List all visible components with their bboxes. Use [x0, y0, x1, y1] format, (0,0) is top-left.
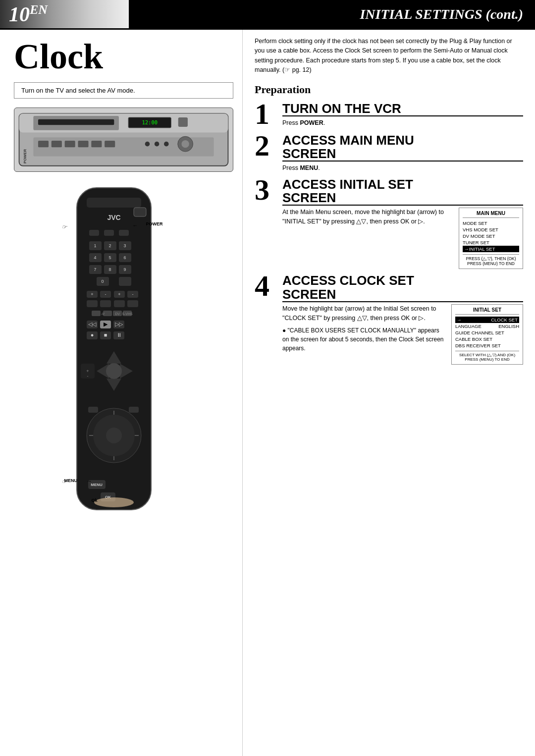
svg-rect-23: [134, 208, 146, 216]
step-4-bullet: ● "CABLE BOX USERS SET CLOCK MANUALLY" a…: [282, 326, 446, 353]
step-3-content: ACCESS INITIAL SET SCREEN At the Main Me…: [279, 178, 523, 270]
svg-text:4: 4: [94, 255, 96, 260]
svg-point-89: [106, 428, 122, 443]
menu-item-initial-set: INITIAL SET: [463, 246, 519, 252]
step-2-title-line1: ACCESS MAIN MENU: [282, 134, 523, 147]
menu-arrow: →: [87, 478, 92, 484]
svg-rect-24: [89, 230, 99, 236]
svg-text:6: 6: [123, 255, 126, 260]
step-3-row: At the Main Menu screen, move the highli…: [282, 208, 523, 269]
menu-item-dv-mode-set: DV MODE SET: [463, 233, 519, 239]
svg-point-18: [164, 142, 169, 147]
page-number: 10EN: [9, 2, 48, 26]
svg-rect-13: [105, 141, 115, 147]
svg-text:POWER: POWER: [23, 149, 27, 163]
step-1-title: TURN ON THE VCR: [282, 102, 523, 115]
svg-rect-3: [38, 119, 114, 125]
ok-label: Ok: [92, 498, 98, 503]
svg-rect-21: [87, 198, 141, 208]
svg-point-15: [181, 140, 189, 148]
step-1-content: TURN ON THE VCR Press POWER.: [279, 102, 523, 128]
right-column: Perform clock setting only if the clock …: [243, 30, 535, 756]
is-item-language: LANGUAGEENGLISH: [455, 323, 519, 329]
step-1-heading: TURN ON THE VCR: [282, 102, 523, 116]
svg-text:3: 3: [123, 243, 126, 248]
svg-text:9: 9: [123, 267, 126, 272]
step-3-number: 3: [255, 175, 279, 205]
step-1-block: 1 TURN ON THE VCR Press POWER.: [255, 102, 523, 129]
svg-rect-9: [52, 141, 62, 147]
svg-text:DV: DV: [115, 312, 120, 316]
step-2-desc: Press MENU.: [282, 163, 523, 173]
svg-text:MENU: MENU: [91, 483, 103, 487]
svg-text:12:00: 12:00: [142, 119, 158, 125]
svg-text:JVC: JVC: [107, 214, 120, 221]
svg-rect-10: [65, 141, 75, 147]
step-3-block: 3 ACCESS INITIAL SET SCREEN At the Main …: [255, 178, 523, 270]
initial-set-box: INITIAL SET CLOCK SET LANGUAGEENGLISH GU…: [451, 304, 523, 365]
main-menu-footer: PRESS (△,▽), THEN (OK) PRESS (MENU) TO E…: [463, 254, 519, 266]
step-3-title-line1: ACCESS INITIAL SET: [282, 178, 523, 191]
step-4-number: 4: [255, 271, 279, 301]
is-item-clock-set: CLOCK SET: [455, 317, 519, 323]
step-3-text: At the Main Menu screen, move the highli…: [282, 208, 454, 226]
is-item-dbs-receiver: DBS RECEIVER SET: [455, 342, 519, 349]
step-4-title-line1: ACCESS CLOCK SET: [282, 274, 523, 287]
svg-text:-: -: [87, 374, 88, 378]
svg-point-100: [94, 497, 134, 507]
page-number-area: 10EN: [0, 0, 129, 28]
left-column: Clock Turn on the TV and select the AV m…: [0, 30, 243, 756]
step-4-title-line2: SCREEN: [282, 288, 523, 301]
step-4-text: Move the highlight bar (arrow) at the In…: [282, 304, 446, 353]
step-3-heading: ACCESS INITIAL SET SCREEN: [282, 178, 523, 206]
svg-text:2: 2: [108, 243, 111, 248]
intro-text: Perform clock setting only if the clock …: [255, 37, 523, 75]
svg-point-16: [145, 142, 150, 147]
page-title: INITIAL SETTINGS (cont.): [360, 6, 523, 22]
svg-text:8: 8: [108, 267, 111, 272]
svg-point-83: [106, 363, 122, 379]
step-2-number: 2: [255, 131, 279, 161]
svg-rect-47: [119, 277, 131, 286]
svg-rect-11: [78, 141, 88, 147]
svg-text:+: +: [86, 369, 89, 374]
step-4-heading: ACCESS CLOCK SET SCREEN: [282, 274, 523, 302]
step-2-block: 2 ACCESS MAIN MENU SCREEN Press MENU.: [255, 134, 523, 173]
svg-text:-: -: [105, 292, 106, 297]
svg-rect-25: [104, 230, 114, 236]
step-2-heading: ACCESS MAIN MENU SCREEN: [282, 134, 523, 162]
step-4-content: ACCESS CLOCK SET SCREEN Move the highlig…: [279, 274, 523, 365]
power-arrow: ←: [133, 222, 138, 228]
step-1-desc: Press POWER.: [282, 118, 523, 128]
vcr-illustration: 12:00 POWER: [14, 108, 233, 172]
svg-text:⏸: ⏸: [116, 332, 121, 338]
step-2-title-line2: SCREEN: [282, 147, 523, 161]
section-title: Clock: [14, 39, 233, 74]
svg-text:◁◁: ◁◁: [88, 321, 97, 327]
initial-set-title: INITIAL SET: [455, 307, 519, 315]
svg-text:///: ///: [102, 312, 105, 316]
main-content: Clock Turn on the TV and select the AV m…: [0, 30, 535, 756]
svg-text:+: +: [91, 292, 93, 297]
svg-rect-95: [129, 407, 139, 413]
svg-rect-56: [87, 300, 98, 307]
page-title-area: INITIAL SETTINGS (cont.): [129, 0, 535, 28]
preparation-heading: Preparation: [255, 83, 523, 96]
tv-instruction: Turn on the TV and select the AV mode.: [14, 82, 233, 99]
svg-text:●: ●: [90, 332, 94, 338]
main-menu-title: MAIN MENU: [463, 211, 519, 218]
svg-text:S-VHS: S-VHS: [122, 312, 133, 316]
svg-rect-94: [88, 407, 98, 413]
step-3-title-line2: SCREEN: [282, 191, 523, 205]
svg-point-17: [155, 142, 160, 147]
svg-rect-58: [114, 300, 125, 307]
menu-item-mode-set: MODE SET: [463, 220, 519, 226]
remote-illustration: POWER ← MENU → Ok JVC: [14, 179, 233, 751]
svg-text:▷▷: ▷▷: [115, 321, 123, 327]
svg-text:-: -: [132, 292, 133, 297]
vcr-svg: 12:00 POWER: [14, 108, 233, 171]
svg-text:+: +: [118, 292, 120, 297]
power-label: POWER: [146, 221, 163, 226]
svg-rect-57: [100, 300, 111, 307]
svg-text:7: 7: [94, 267, 96, 272]
